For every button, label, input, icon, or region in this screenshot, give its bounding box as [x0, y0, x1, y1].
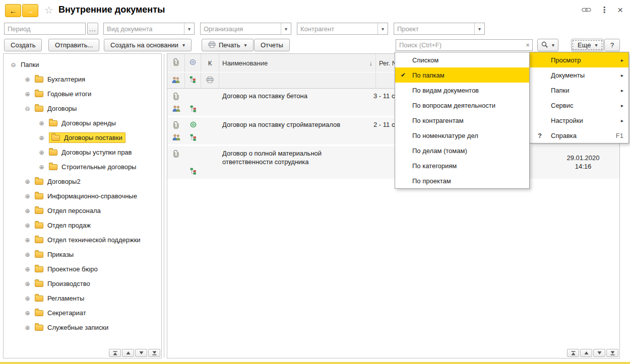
tree-item-stroitelnye-dogovory[interactable]: ⊕ Строительные договоры — [6, 160, 159, 174]
back-button[interactable]: ← — [5, 4, 21, 17]
tree-item-sekretariat[interactable]: ⊕ Секретариат — [6, 306, 159, 320]
expand-icon[interactable]: ⊕ — [38, 149, 45, 156]
submenu-item-by-categories[interactable]: По категориям — [395, 158, 529, 173]
reports-button[interactable]: Отчеты — [254, 39, 290, 51]
menu-item-help[interactable]: ? Справка F1 — [530, 128, 628, 143]
project-input[interactable] — [394, 23, 474, 34]
create-based-on-button[interactable]: Создать на основании ▾ — [104, 39, 192, 51]
go-first-button[interactable] — [567, 349, 579, 357]
tree-item-godovye-itogi[interactable]: ⊕ Годовые итоги — [6, 87, 159, 101]
submenu-item-by-folders[interactable]: ✔ По папкам — [395, 67, 529, 83]
expand-icon[interactable]: ⊕ — [24, 178, 31, 185]
project-dropdown-icon[interactable]: ▾ — [474, 23, 484, 34]
panel-splitter[interactable] — [164, 54, 164, 357]
name-column-header[interactable]: Наименование ↓ — [219, 54, 376, 72]
go-up-button[interactable] — [580, 349, 592, 357]
find-button[interactable]: ▾ — [537, 39, 558, 51]
tree-item-dogovory[interactable]: ⊖ Договоры — [6, 101, 159, 116]
tree-item-dogovory2[interactable]: ⊕ Договоры2 — [6, 174, 159, 189]
submenu-item-by-cases[interactable]: По делам (томам) — [395, 143, 529, 158]
expand-icon[interactable]: ⊕ — [24, 91, 31, 98]
go-last-button[interactable] — [148, 349, 160, 357]
counterparty-dropdown-icon[interactable]: ▾ — [377, 23, 388, 34]
tree-item-dogovory-arendy[interactable]: ⊕ Договоры аренды — [6, 116, 159, 130]
responsible-column-header[interactable] — [167, 72, 185, 88]
close-icon[interactable]: × — [617, 6, 623, 14]
send-button[interactable]: Отправить... — [48, 39, 99, 51]
print-column-header[interactable] — [201, 72, 219, 88]
document-name: Договор на поставку стройматериалов — [219, 119, 370, 129]
tree-item-proektnoe-byuro[interactable]: ⊕ Проектное бюро — [6, 262, 159, 276]
expand-icon[interactable]: ⊕ — [24, 280, 31, 287]
more-button[interactable]: Еще ▾ — [571, 39, 604, 51]
tree-item-otdel-tehpodderzhki[interactable]: ⊕ Отдел технической поддержки — [6, 233, 159, 247]
menu-item-documents[interactable]: Документы ▸ — [530, 67, 628, 83]
tree-item-otdel-personala[interactable]: ⊕ Отдел персонала — [6, 203, 159, 218]
tree-item-prikazy[interactable]: ⊕ Приказы — [6, 247, 159, 262]
tree-item-buhgalteria[interactable]: ⊕ Бухгалтерия — [6, 72, 159, 87]
status-column-header[interactable] — [185, 54, 201, 72]
favorite-star-icon[interactable]: ☆ — [44, 4, 53, 16]
print-button[interactable]: Печать ▾ — [202, 39, 254, 51]
expand-icon[interactable]: ⊕ — [24, 324, 31, 331]
submenu-item-by-nomenclature[interactable]: По номенклатуре дел — [395, 128, 529, 143]
period-input[interactable] — [5, 23, 85, 34]
expand-icon[interactable]: ⊕ — [38, 134, 45, 141]
expand-icon[interactable]: ⊕ — [24, 295, 31, 302]
menu-item-settings[interactable]: Настройки ▸ — [530, 113, 628, 128]
go-down-button[interactable] — [135, 349, 147, 357]
go-down-button[interactable] — [593, 349, 605, 357]
expand-icon[interactable]: ⊕ — [24, 251, 31, 258]
menu-item-view[interactable]: Просмотр ▸ — [530, 52, 628, 67]
counterparty-input[interactable] — [297, 23, 377, 34]
tree-item-sluzhebnye-zapiski[interactable]: ⊕ Служебные записки — [6, 320, 159, 335]
tree-item-proizvodstvo[interactable]: ⊕ Производство — [6, 276, 159, 291]
period-browse-button[interactable]: ... — [87, 23, 98, 35]
menu-item-service[interactable]: Сервис ▸ — [530, 98, 628, 113]
tree-item-dogovory-ustupki[interactable]: ⊕ Договоры уступки прав — [6, 145, 159, 160]
search-input[interactable] — [396, 41, 523, 49]
link-icon[interactable] — [582, 7, 591, 13]
doc-type-input[interactable] — [104, 23, 184, 34]
search-clear-icon[interactable]: × — [523, 40, 532, 50]
status-cell — [185, 119, 201, 129]
tree-item-otdel-prodazh[interactable]: ⊕ Отдел продаж — [6, 218, 159, 233]
go-first-button[interactable] — [109, 349, 121, 357]
expand-icon[interactable]: ⊕ — [24, 266, 31, 273]
tree-item-informacionno-spravochnye[interactable]: ⊕ Информационно-справочные — [6, 189, 159, 203]
collapse-icon[interactable]: ⊖ — [24, 105, 31, 112]
menu-item-folders[interactable]: Папки ▸ — [530, 83, 628, 98]
hierarchy-column-header[interactable] — [185, 72, 201, 88]
submenu-item-by-doc-types[interactable]: По видам документов — [395, 83, 529, 98]
doc-type-dropdown-icon[interactable]: ▾ — [184, 23, 194, 34]
expand-icon[interactable]: ⊕ — [24, 222, 31, 229]
expand-icon[interactable]: ⊕ — [24, 310, 31, 317]
collapse-icon[interactable]: ⊖ — [10, 61, 17, 68]
table-row[interactable]: Договор о полной материальной ответствен… — [167, 146, 619, 180]
k-column-header[interactable]: К — [201, 54, 219, 72]
organization-input[interactable] — [201, 23, 281, 34]
organization-dropdown-icon[interactable]: ▾ — [281, 23, 291, 34]
expand-icon[interactable]: ⊕ — [38, 120, 45, 127]
expand-icon[interactable]: ⊕ — [24, 207, 31, 214]
tree-root-folders[interactable]: ⊖ Папки — [6, 57, 159, 72]
submenu-item-by-projects[interactable]: По проектам — [395, 173, 529, 188]
submenu-item-as-list[interactable]: Списком — [395, 52, 529, 67]
attachment-cell — [167, 91, 185, 102]
go-last-button[interactable] — [606, 349, 618, 357]
submenu-item-by-activity[interactable]: По вопросам деятельности — [395, 98, 529, 113]
submenu-item-label: По категориям — [412, 162, 457, 170]
expand-icon[interactable]: ⊕ — [24, 193, 31, 200]
tree-item-dogovory-postavki-selected[interactable]: ⊕ Договоры поставки — [6, 130, 159, 145]
expand-icon[interactable]: ⊕ — [24, 237, 31, 244]
help-button[interactable]: ? — [604, 39, 620, 51]
go-up-button[interactable] — [122, 349, 134, 357]
kebab-menu-icon[interactable]: ⋮ — [600, 5, 608, 15]
create-button[interactable]: Создать — [4, 39, 42, 51]
expand-icon[interactable]: ⊕ — [24, 76, 31, 83]
expand-icon[interactable]: ⊕ — [38, 164, 45, 171]
forward-button[interactable]: → — [22, 4, 38, 17]
attachment-column-header[interactable] — [167, 54, 185, 72]
submenu-item-by-counterparties[interactable]: По контрагентам — [395, 113, 529, 128]
tree-item-reglamenty[interactable]: ⊕ Регламенты — [6, 291, 159, 306]
